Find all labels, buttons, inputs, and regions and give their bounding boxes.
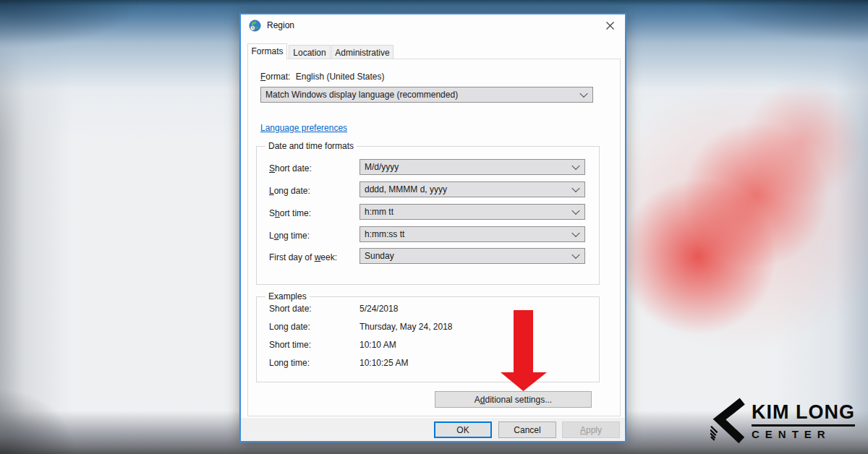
logo-line1: KIM LONG: [752, 403, 855, 422]
first-day-of-week-dropdown[interactable]: Sunday: [359, 248, 585, 264]
format-value: English (United States): [296, 72, 385, 82]
format-dropdown-value: Match Windows display language (recommen…: [265, 90, 458, 100]
apply-button[interactable]: Apply: [562, 421, 620, 438]
kim-long-center-logo: KIM LONG CENTER: [710, 398, 855, 444]
long-time-dropdown[interactable]: h:mm:ss tt: [359, 226, 585, 242]
tab-location-label: Location: [293, 48, 326, 58]
short-time-label: Short time:: [269, 208, 311, 218]
chevron-down-icon: [571, 251, 579, 259]
first-day-of-week-value: Sunday: [365, 251, 394, 261]
region-dialog-window: Region Formats Location Administrative F…: [239, 13, 626, 442]
long-date-dropdown[interactable]: dddd, MMMM d, yyyy: [359, 181, 585, 197]
page-background: Region Formats Location Administrative F…: [0, 0, 868, 454]
short-time-dropdown[interactable]: h:mm tt: [359, 204, 585, 220]
close-icon[interactable]: [604, 20, 616, 32]
datetime-group-title: Date and time formats: [265, 141, 357, 151]
tab-location[interactable]: Location: [289, 45, 331, 59]
cancel-button[interactable]: Cancel: [498, 421, 556, 438]
example-short-date-value: 5/24/2018: [359, 304, 398, 314]
globe-clock-icon: [249, 20, 261, 32]
tab-administrative-label: Administrative: [335, 48, 389, 58]
logo-divider: [752, 424, 855, 427]
example-short-date-label: Short date:: [269, 304, 312, 314]
example-long-date-label: Long date:: [269, 322, 310, 332]
ok-button[interactable]: OK: [434, 421, 492, 438]
format-dropdown[interactable]: Match Windows display language (recommen…: [260, 87, 593, 103]
logo-line2: CENTER: [752, 429, 855, 440]
example-short-time-value: 10:10 AM: [359, 340, 396, 350]
dialog-title: Region: [267, 20, 294, 30]
tab-formats[interactable]: Formats: [247, 43, 287, 59]
example-short-time-label: Short time:: [269, 340, 311, 350]
example-long-date-value: Thursday, May 24, 2018: [359, 322, 453, 332]
short-date-value: M/d/yyyy: [365, 162, 399, 172]
first-day-of-week-label: First day of week:: [269, 252, 337, 262]
chevron-down-icon: [571, 184, 579, 192]
tab-formats-label: Formats: [251, 46, 283, 56]
tab-administrative[interactable]: Administrative: [331, 45, 393, 59]
long-time-label: Long time:: [269, 231, 310, 241]
language-preferences-link[interactable]: Language preferences: [260, 123, 347, 133]
long-date-label: Long date:: [269, 186, 310, 196]
chevron-down-icon: [571, 229, 579, 237]
chevron-down-icon: [571, 207, 579, 215]
examples-group-title: Examples: [265, 291, 310, 301]
long-time-value: h:mm:ss tt: [365, 229, 404, 239]
format-label: Format: English (United States): [260, 72, 384, 82]
chevron-down-icon: [571, 162, 579, 170]
dialog-titlebar[interactable]: Region: [241, 14, 625, 36]
short-date-dropdown[interactable]: M/d/yyyy: [359, 159, 585, 175]
chevron-down-icon: [579, 90, 587, 98]
short-date-label: Short date:: [269, 163, 312, 174]
example-long-time-value: 10:10:25 AM: [359, 358, 408, 368]
format-label-rest: ormat:: [265, 72, 290, 82]
kim-long-chevron-icon: [710, 398, 746, 444]
short-time-value: h:mm tt: [365, 207, 393, 217]
red-arrow-annotation: [498, 308, 550, 395]
example-long-time-label: Long time:: [269, 358, 310, 368]
long-date-value: dddd, MMMM d, yyyy: [365, 184, 447, 194]
